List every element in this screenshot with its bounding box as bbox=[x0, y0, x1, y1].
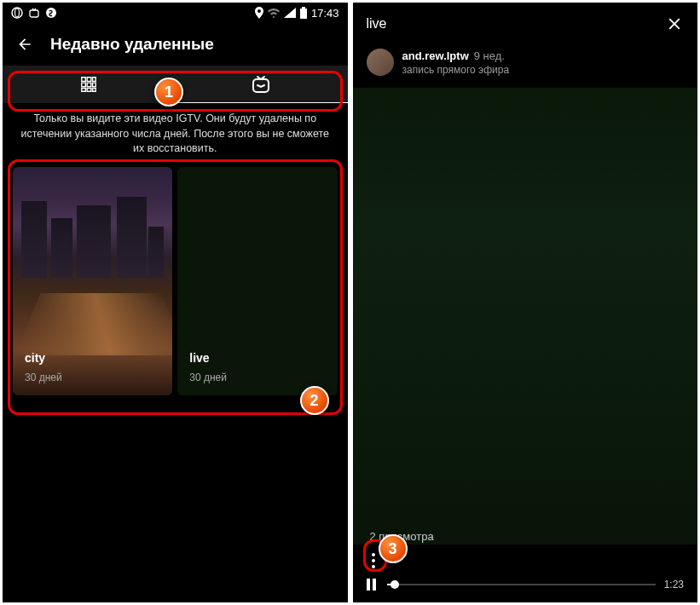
card-days: 30 дней bbox=[25, 372, 160, 383]
igtv-small-icon bbox=[28, 7, 40, 19]
bottom-controls: 2 просмотра 1:23 bbox=[353, 521, 698, 602]
right-phone-screen: live and.rew.lptw 9 нед. запись прямого … bbox=[353, 3, 698, 602]
weeks-ago: 9 нед. bbox=[474, 49, 505, 62]
location-icon bbox=[255, 7, 263, 19]
svg-rect-4 bbox=[302, 7, 305, 9]
avatar bbox=[367, 49, 394, 76]
status-bar: 17:43 bbox=[3, 3, 348, 23]
page-title: Недавно удаленные bbox=[50, 35, 214, 54]
wifi-icon bbox=[267, 8, 281, 18]
svg-point-1 bbox=[15, 9, 20, 17]
annotation-badge-3: 3 bbox=[379, 534, 408, 563]
progress-bar[interactable] bbox=[387, 584, 656, 585]
more-options-icon[interactable] bbox=[372, 553, 375, 568]
detail-header: live bbox=[353, 3, 698, 45]
user-info-row[interactable]: and.rew.lptw 9 нед. запись прямого эфира bbox=[353, 45, 698, 86]
back-arrow-icon[interactable] bbox=[16, 36, 33, 53]
annotation-badge-1: 1 bbox=[154, 78, 183, 107]
svg-point-0 bbox=[12, 8, 22, 18]
svg-point-9 bbox=[372, 565, 375, 568]
video-card-live[interactable]: live 30 дней bbox=[177, 167, 337, 395]
svg-rect-5 bbox=[300, 9, 307, 19]
svg-rect-6 bbox=[253, 79, 269, 92]
svg-point-8 bbox=[372, 559, 375, 562]
grid-icon bbox=[79, 75, 98, 94]
video-card-city[interactable]: city 30 дней bbox=[13, 167, 172, 395]
info-text: Только вы видите эти видео IGTV. Они буд… bbox=[3, 103, 348, 165]
signal-icon bbox=[284, 8, 296, 18]
card-days: 30 дней bbox=[189, 372, 325, 383]
video-playback-area[interactable] bbox=[353, 88, 698, 544]
page-header: Недавно удаленные bbox=[3, 23, 348, 66]
battery-icon bbox=[299, 7, 308, 19]
detail-title: live bbox=[367, 16, 387, 32]
svg-point-7 bbox=[372, 553, 375, 556]
video-grid: city 30 дней live 30 дней bbox=[3, 165, 348, 397]
duration-text: 1:23 bbox=[664, 579, 684, 591]
views-count: 2 просмотра bbox=[370, 530, 685, 543]
shazam-icon bbox=[45, 7, 57, 19]
svg-rect-2 bbox=[30, 10, 38, 17]
clock-text: 17:43 bbox=[311, 7, 339, 20]
left-phone-screen: 17:43 Недавно удаленные Только вы видите… bbox=[3, 3, 348, 602]
tab-grid[interactable] bbox=[3, 66, 175, 103]
close-icon[interactable] bbox=[665, 14, 684, 33]
card-title: live bbox=[189, 351, 325, 365]
pause-button[interactable] bbox=[367, 579, 379, 591]
igtv-icon bbox=[251, 74, 271, 95]
video-subtitle: запись прямого эфира bbox=[402, 64, 510, 76]
opera-icon bbox=[11, 7, 23, 19]
tab-igtv[interactable] bbox=[175, 66, 347, 103]
annotation-badge-2: 2 bbox=[300, 386, 329, 415]
username: and.rew.lptw bbox=[402, 49, 469, 62]
